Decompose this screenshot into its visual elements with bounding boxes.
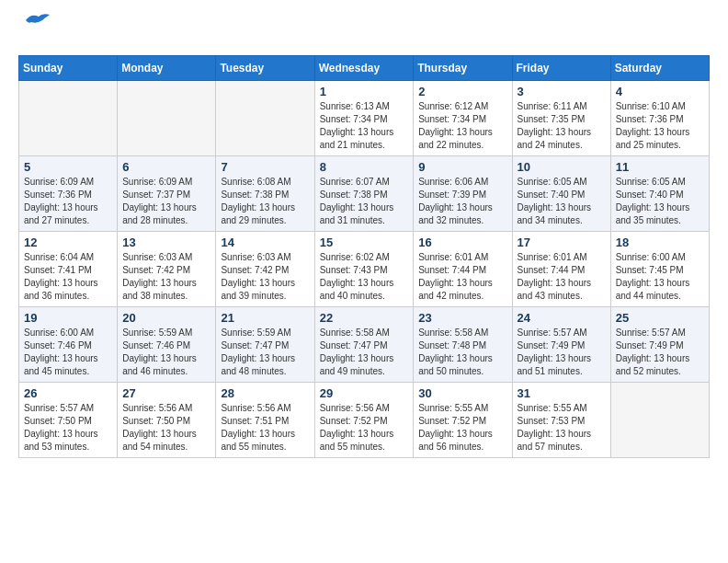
day-number: 28 — [221, 386, 309, 400]
day-number: 4 — [616, 85, 704, 98]
calendar-week-row: 5Sunrise: 6:09 AMSunset: 7:36 PMDaylight… — [19, 156, 710, 232]
day-info: Sunrise: 6:00 AMSunset: 7:45 PMDaylight:… — [616, 251, 704, 303]
calendar-day-cell: 1Sunrise: 6:13 AMSunset: 7:34 PMDaylight… — [314, 81, 414, 156]
day-number: 11 — [616, 160, 704, 174]
calendar-day-cell: 25Sunrise: 5:57 AMSunset: 7:49 PMDayligh… — [610, 307, 709, 383]
day-info: Sunrise: 6:03 AMSunset: 7:42 PMDaylight:… — [221, 251, 309, 303]
calendar-day-cell: 17Sunrise: 6:01 AMSunset: 7:44 PMDayligh… — [512, 232, 610, 307]
day-number: 1 — [320, 85, 409, 98]
calendar-day-cell: 9Sunrise: 6:06 AMSunset: 7:39 PMDaylight… — [414, 156, 512, 232]
day-info: Sunrise: 5:56 AMSunset: 7:51 PMDaylight:… — [221, 402, 309, 454]
calendar-day-cell: 8Sunrise: 6:07 AMSunset: 7:38 PMDaylight… — [314, 156, 414, 232]
calendar-day-cell: 26Sunrise: 5:57 AMSunset: 7:50 PMDayligh… — [19, 383, 118, 458]
day-number: 9 — [418, 160, 506, 174]
calendar-day-cell: 6Sunrise: 6:09 AMSunset: 7:37 PMDaylight… — [118, 156, 216, 232]
day-info: Sunrise: 6:08 AMSunset: 7:38 PMDaylight:… — [221, 176, 309, 227]
day-info: Sunrise: 5:59 AMSunset: 7:46 PMDaylight:… — [122, 327, 210, 378]
calendar-day-cell: 11Sunrise: 6:05 AMSunset: 7:40 PMDayligh… — [610, 156, 709, 232]
calendar-day-cell — [216, 81, 314, 156]
day-info: Sunrise: 6:06 AMSunset: 7:39 PMDaylight:… — [418, 176, 506, 227]
day-number: 14 — [221, 236, 309, 249]
day-info: Sunrise: 5:55 AMSunset: 7:53 PMDaylight:… — [518, 402, 606, 454]
logo — [18, 18, 51, 40]
day-info: Sunrise: 6:03 AMSunset: 7:42 PMDaylight:… — [122, 251, 210, 303]
logo-bird-icon — [24, 11, 51, 31]
day-info: Sunrise: 5:59 AMSunset: 7:47 PMDaylight:… — [221, 327, 309, 378]
day-number: 16 — [418, 236, 506, 249]
calendar-week-row: 26Sunrise: 5:57 AMSunset: 7:50 PMDayligh… — [19, 383, 710, 458]
calendar-day-cell: 30Sunrise: 5:55 AMSunset: 7:52 PMDayligh… — [414, 383, 512, 458]
day-number: 29 — [320, 386, 409, 400]
day-number: 5 — [24, 160, 112, 174]
weekday-header-row: SundayMondayTuesdayWednesdayThursdayFrid… — [19, 56, 710, 81]
day-info: Sunrise: 5:57 AMSunset: 7:49 PMDaylight:… — [518, 327, 606, 378]
day-number: 7 — [221, 160, 309, 174]
day-info: Sunrise: 5:56 AMSunset: 7:52 PMDaylight:… — [320, 402, 409, 454]
calendar-day-cell: 16Sunrise: 6:01 AMSunset: 7:44 PMDayligh… — [414, 232, 512, 307]
day-info: Sunrise: 5:55 AMSunset: 7:52 PMDaylight:… — [418, 402, 506, 454]
day-info: Sunrise: 5:58 AMSunset: 7:47 PMDaylight:… — [320, 327, 409, 378]
day-info: Sunrise: 6:00 AMSunset: 7:46 PMDaylight:… — [24, 327, 112, 378]
day-number: 24 — [518, 311, 606, 325]
day-number: 18 — [616, 236, 704, 249]
calendar-table: SundayMondayTuesdayWednesdayThursdayFrid… — [18, 55, 710, 458]
calendar-week-row: 1Sunrise: 6:13 AMSunset: 7:34 PMDaylight… — [19, 81, 710, 156]
weekday-header: Sunday — [19, 56, 118, 81]
calendar-day-cell: 20Sunrise: 5:59 AMSunset: 7:46 PMDayligh… — [118, 307, 216, 383]
calendar-day-cell: 27Sunrise: 5:56 AMSunset: 7:50 PMDayligh… — [118, 383, 216, 458]
day-number: 6 — [122, 160, 210, 174]
day-info: Sunrise: 6:09 AMSunset: 7:37 PMDaylight:… — [122, 176, 210, 227]
day-info: Sunrise: 6:01 AMSunset: 7:44 PMDaylight:… — [518, 251, 606, 303]
day-info: Sunrise: 6:10 AMSunset: 7:36 PMDaylight:… — [616, 100, 704, 152]
calendar-day-cell: 3Sunrise: 6:11 AMSunset: 7:35 PMDaylight… — [512, 81, 610, 156]
weekday-header: Wednesday — [314, 56, 414, 81]
day-number: 27 — [122, 386, 210, 400]
day-number: 3 — [518, 85, 606, 98]
calendar-week-row: 12Sunrise: 6:04 AMSunset: 7:41 PMDayligh… — [19, 232, 710, 307]
day-number: 12 — [24, 236, 112, 249]
calendar-day-cell: 23Sunrise: 5:58 AMSunset: 7:48 PMDayligh… — [414, 307, 512, 383]
day-info: Sunrise: 6:01 AMSunset: 7:44 PMDaylight:… — [418, 251, 506, 303]
day-number: 21 — [221, 311, 309, 325]
day-number: 8 — [320, 160, 409, 174]
day-info: Sunrise: 5:57 AMSunset: 7:49 PMDaylight:… — [616, 327, 704, 378]
day-number: 2 — [418, 85, 506, 98]
day-info: Sunrise: 6:05 AMSunset: 7:40 PMDaylight:… — [518, 176, 606, 227]
day-number: 13 — [122, 236, 210, 249]
calendar-day-cell: 5Sunrise: 6:09 AMSunset: 7:36 PMDaylight… — [19, 156, 118, 232]
day-number: 17 — [518, 236, 606, 249]
day-number: 15 — [320, 236, 409, 249]
day-info: Sunrise: 6:11 AMSunset: 7:35 PMDaylight:… — [518, 100, 606, 152]
day-info: Sunrise: 6:13 AMSunset: 7:34 PMDaylight:… — [320, 100, 409, 152]
day-info: Sunrise: 5:57 AMSunset: 7:50 PMDaylight:… — [24, 402, 112, 454]
calendar-day-cell: 10Sunrise: 6:05 AMSunset: 7:40 PMDayligh… — [512, 156, 610, 232]
calendar-day-cell: 22Sunrise: 5:58 AMSunset: 7:47 PMDayligh… — [314, 307, 414, 383]
day-number: 22 — [320, 311, 409, 325]
calendar-day-cell: 18Sunrise: 6:00 AMSunset: 7:45 PMDayligh… — [610, 232, 709, 307]
calendar-day-cell: 29Sunrise: 5:56 AMSunset: 7:52 PMDayligh… — [314, 383, 414, 458]
day-info: Sunrise: 6:04 AMSunset: 7:41 PMDaylight:… — [24, 251, 112, 303]
day-number: 23 — [418, 311, 506, 325]
day-info: Sunrise: 5:56 AMSunset: 7:50 PMDaylight:… — [122, 402, 210, 454]
calendar-day-cell: 14Sunrise: 6:03 AMSunset: 7:42 PMDayligh… — [216, 232, 314, 307]
calendar-day-cell — [610, 383, 709, 458]
day-info: Sunrise: 5:58 AMSunset: 7:48 PMDaylight:… — [418, 327, 506, 378]
day-info: Sunrise: 6:07 AMSunset: 7:38 PMDaylight:… — [320, 176, 409, 227]
weekday-header: Saturday — [610, 56, 709, 81]
weekday-header: Monday — [118, 56, 216, 81]
weekday-header: Friday — [512, 56, 610, 81]
calendar-day-cell: 28Sunrise: 5:56 AMSunset: 7:51 PMDayligh… — [216, 383, 314, 458]
calendar-day-cell: 31Sunrise: 5:55 AMSunset: 7:53 PMDayligh… — [512, 383, 610, 458]
day-number: 25 — [616, 311, 704, 325]
calendar-day-cell: 15Sunrise: 6:02 AMSunset: 7:43 PMDayligh… — [314, 232, 414, 307]
day-info: Sunrise: 6:09 AMSunset: 7:36 PMDaylight:… — [24, 176, 112, 227]
calendar-day-cell: 4Sunrise: 6:10 AMSunset: 7:36 PMDaylight… — [610, 81, 709, 156]
day-number: 26 — [24, 386, 112, 400]
day-info: Sunrise: 6:02 AMSunset: 7:43 PMDaylight:… — [320, 251, 409, 303]
weekday-header: Tuesday — [216, 56, 314, 81]
calendar-week-row: 19Sunrise: 6:00 AMSunset: 7:46 PMDayligh… — [19, 307, 710, 383]
calendar-day-cell: 19Sunrise: 6:00 AMSunset: 7:46 PMDayligh… — [19, 307, 118, 383]
calendar-day-cell: 21Sunrise: 5:59 AMSunset: 7:47 PMDayligh… — [216, 307, 314, 383]
day-number: 20 — [122, 311, 210, 325]
day-number: 19 — [24, 311, 112, 325]
